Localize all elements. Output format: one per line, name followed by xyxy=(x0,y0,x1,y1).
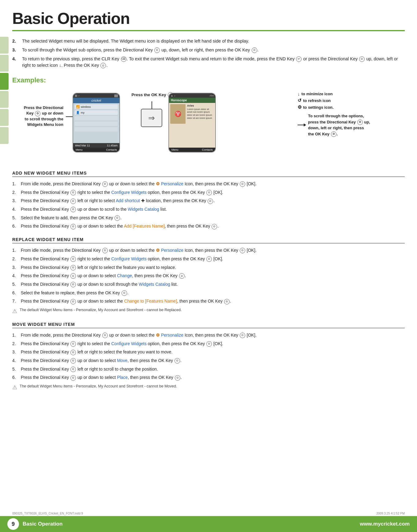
phone1-header: cricket xyxy=(73,98,119,103)
menu-item-4 xyxy=(75,122,118,126)
note-icon-move: ⚠ xyxy=(12,384,17,391)
wireless-icon: 📶 xyxy=(76,105,80,108)
scroll-callout: To scroll through the options, press the… xyxy=(308,113,370,137)
page-container: Basic Operation 2. The selected Widget m… xyxy=(0,0,417,532)
wireless-label: wireless xyxy=(81,105,91,108)
personalize-icon-label: ⚙ xyxy=(156,181,160,186)
dir-key-m4: ⊙ xyxy=(70,358,76,364)
widgets-catalog-text: Widgets Catalog xyxy=(128,207,159,212)
phone2-body: ♈ Aries Lorem ipsum dolor sit amet non l… xyxy=(169,103,215,148)
rep-item-6: 6. Select the feature to replace, then p… xyxy=(12,290,405,296)
dir-key-r1: ⊙ xyxy=(102,248,108,253)
ok-key-a6: ⊙ xyxy=(212,224,217,229)
footer-page-number: 9 xyxy=(7,518,19,530)
phone2-mockup: ▲ ♪ ↓⚙● Horoscope ♈ Aries Lorem ipsum do… xyxy=(168,93,216,153)
ok-key-r7: ⊙ xyxy=(224,299,230,304)
page-title: Basic Operation xyxy=(12,9,405,28)
move-num-1: 1. xyxy=(12,332,16,339)
rep-item-5: 5. Press the Directional Key ⊙ up or dow… xyxy=(12,281,405,288)
phone2-container: ▲ ♪ ↓⚙● Horoscope ♈ Aries Lorem ipsum do… xyxy=(168,93,216,153)
settings-row: ⚙ to settings icon. xyxy=(298,104,405,110)
move-num-5: 5. xyxy=(12,366,16,373)
print-info: 090325_TXT8026_ELVIS_Cricket_EN_FONT.ind… xyxy=(12,512,405,515)
arrow-line-horiz xyxy=(66,116,73,117)
rep-num-4: 4. xyxy=(12,273,16,279)
horo-body-text: Lorem ipsum dolor sit amet non lorem ips… xyxy=(187,108,214,120)
configure-widgets-text: Configure Widgets xyxy=(111,190,146,195)
print-info-right: 2009.3.25 4:1:52 PM xyxy=(376,512,405,515)
phone2-header: Horoscope xyxy=(169,98,215,103)
left-callout-line3: to scroll through the xyxy=(12,116,63,122)
ok-key-a5: ⊙ xyxy=(115,215,120,221)
phone1-icons-left: ▦ ♪ xyxy=(75,94,80,97)
footer-left: 9 Basic Operation xyxy=(7,518,62,530)
ok-key-r1: ⊙ xyxy=(240,248,245,253)
ok-key-a1: ⊙ xyxy=(240,181,245,187)
horo-text: Aries Lorem ipsum dolor sit amet non lor… xyxy=(187,104,214,146)
move-item-5: 5. Press the Directional Key ⊙ left or r… xyxy=(12,366,405,373)
dir-key-diag: ⊙ xyxy=(35,111,40,116)
phone1-battery: ▓▓ xyxy=(114,94,118,97)
ok-key-m1: ⊙ xyxy=(240,333,245,338)
ok-key-icon2: ⊙ xyxy=(100,63,106,68)
move-item-1: 1. From idle mode, press the Directional… xyxy=(12,332,405,339)
intro-num-4: 4. xyxy=(12,56,16,62)
phone2-softkey-left: Menu xyxy=(171,148,178,151)
icon-legend: ↓ to minimize icon ↺ to refresh icon ⚙ t… xyxy=(298,91,405,110)
replace-note-text: The default Widget Menu items - Personal… xyxy=(20,308,182,312)
rep-num-7: 7. xyxy=(12,298,16,305)
right-arrow-line xyxy=(298,125,304,125)
replace-list: 1. From idle mode, press the Directional… xyxy=(12,247,405,305)
right-callout: ↓ to minimize icon ↺ to refresh icon ⚙ t… xyxy=(298,91,405,139)
move-note: ⚠ The default Widget Menu items - Person… xyxy=(12,384,405,391)
footer-url: www.mycricket.com xyxy=(360,521,410,527)
rep-num-2: 2. xyxy=(12,256,16,262)
dir-key-r4: ⊙ xyxy=(70,273,76,279)
ok-key-m6: ⊙ xyxy=(175,375,180,381)
phone2-screen: ▲ ♪ ↓⚙● Horoscope ♈ Aries Lorem ipsum do… xyxy=(169,93,215,152)
dir-key-icon2: ⊙ xyxy=(359,56,365,62)
ok-key-a3: ⊙ xyxy=(208,198,213,204)
widgets-catalog-r5: Widgets Catalog xyxy=(139,282,170,287)
minimize-row: ↓ to minimize icon xyxy=(298,91,405,96)
refresh-label: to refresh icon xyxy=(303,98,331,103)
add-num-4: 4. xyxy=(12,206,16,213)
title-underline xyxy=(12,30,405,31)
replace-note: ⚠ The default Widget Menu items - Person… xyxy=(12,308,405,315)
move-item-2: 2. Press the Directional Key ⊙ right to … xyxy=(12,341,405,347)
horo-sign: Aries xyxy=(187,104,214,108)
dir-key-a4: ⊙ xyxy=(70,207,76,212)
phone1-screen: ▦ ♪ ▓▓ cricket 📶 wireless xyxy=(73,93,119,152)
menu-item-wireless: 📶 wireless xyxy=(75,104,118,109)
side-tab-6 xyxy=(0,127,9,144)
move-text: Move xyxy=(117,358,127,363)
ok-key-icon: ⊙ xyxy=(252,47,257,53)
add-num-1: 1. xyxy=(12,181,16,187)
arrow-diagram-box: ⇒ xyxy=(141,109,162,127)
end-key-icon: ↩ xyxy=(296,56,302,62)
phone1-softkey-left: Menu xyxy=(76,148,83,151)
intro-list: 2. The selected Widget menu will be disp… xyxy=(12,38,405,69)
print-info-left: 090325_TXT8026_ELVIS_Cricket_EN_FONT.ind… xyxy=(12,512,83,515)
dir-key-m1: ⊙ xyxy=(102,333,108,338)
phone1-footer-time: 11:45am xyxy=(107,144,118,147)
dir-key-m5: ⊙ xyxy=(70,367,76,372)
add-num-3: 3. xyxy=(12,198,16,204)
phone1-softkeys: Menu Contacts xyxy=(73,148,119,152)
phone1-softkey-right: Contacts xyxy=(106,148,117,151)
phone2-softkeys: Menu Contacts xyxy=(169,148,215,152)
ok-key-r6: ⊙ xyxy=(122,290,127,296)
ok-key-a2: ⊙ xyxy=(206,190,212,195)
directional-key-icon: ⊙ xyxy=(154,47,160,53)
rep-item-4: 4. Press the Directional Key ⊙ up or dow… xyxy=(12,273,405,279)
page-footer: 9 Basic Operation www.mycricket.com xyxy=(0,516,417,532)
side-tab-1 xyxy=(0,37,9,54)
intro-num-3: 3. xyxy=(12,47,16,54)
configure-r2: Configure Widgets xyxy=(111,256,146,261)
rep-num-6: 6. xyxy=(12,290,16,296)
phone2-icons: ▲ ♪ xyxy=(171,94,175,97)
add-shortcut-text: Add shortcut xyxy=(116,198,140,203)
personalize-icon-m1: ⚙ xyxy=(156,333,160,338)
side-tab-5 xyxy=(0,109,9,126)
add-num-6: 6. xyxy=(12,223,16,230)
